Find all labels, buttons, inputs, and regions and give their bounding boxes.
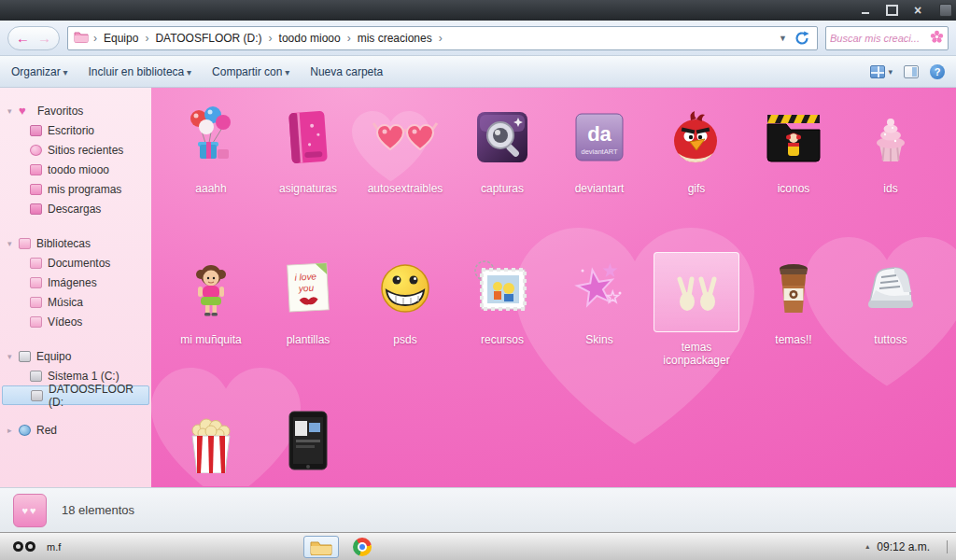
file-item-deviantart[interactable]: da deviantART deviantart bbox=[553, 101, 646, 252]
downloads-icon bbox=[30, 203, 42, 215]
navigation-buttons bbox=[7, 26, 60, 50]
expander-icon[interactable] bbox=[7, 352, 19, 361]
sidebar-label: Sitios recientes bbox=[48, 144, 123, 157]
sidebar-item-imagenes[interactable]: Imágenes bbox=[0, 273, 151, 292]
sidebar-label: toodo miooo bbox=[48, 163, 109, 176]
explorer-window: Equipo DATOOSFLOOR (D:) toodo miooo mis … bbox=[0, 0, 956, 560]
show-hidden-icons-button[interactable] bbox=[865, 542, 869, 551]
file-item-autosextraibles[interactable]: autosextraibles bbox=[358, 101, 452, 252]
folder-thumbnail-icon bbox=[13, 494, 47, 527]
file-label: ids bbox=[883, 182, 897, 195]
icon-grid: aaahh as bbox=[151, 88, 956, 487]
command-bar: Organizar Incluir en biblioteca Comparti… bbox=[0, 56, 956, 88]
favorites-heart-icon bbox=[19, 105, 32, 117]
folder-icon bbox=[30, 184, 42, 195]
taskbar: m.f 09:12 a.m. bbox=[0, 532, 956, 560]
breadcrumb-drive-d[interactable]: DATOOSFLOOR (D:) bbox=[151, 32, 265, 45]
svg-text:deviantART: deviantART bbox=[581, 147, 617, 156]
popcorn-icon bbox=[175, 403, 247, 476]
sidebar-item-toodo-miooo[interactable]: toodo miooo bbox=[0, 160, 151, 179]
svg-text:da: da bbox=[587, 122, 612, 146]
file-item-popcorn[interactable] bbox=[164, 403, 258, 487]
file-item-iconos[interactable]: iconos bbox=[747, 101, 840, 252]
sidebar-label: Equipo bbox=[36, 350, 71, 363]
cupcake-icon bbox=[854, 101, 927, 174]
change-view-button[interactable] bbox=[870, 65, 893, 78]
pink-notebook-icon bbox=[272, 101, 344, 174]
sidebar-item-musica[interactable]: Música bbox=[0, 292, 151, 312]
svg-text:i love: i love bbox=[294, 271, 316, 282]
help-button[interactable] bbox=[930, 64, 945, 79]
svg-text:you: you bbox=[298, 283, 315, 294]
doll-icon bbox=[175, 252, 247, 325]
sidebar-item-escritorio[interactable]: Escritorio bbox=[0, 120, 151, 140]
preview-pane-button[interactable] bbox=[904, 65, 919, 78]
file-item-plantillas[interactable]: i love you plantillas bbox=[261, 252, 355, 403]
taskbar-explorer-button[interactable] bbox=[303, 536, 339, 558]
taskbar-chrome-button[interactable] bbox=[346, 536, 378, 558]
search-input[interactable] bbox=[830, 33, 930, 44]
file-item-aaahh[interactable]: aaahh bbox=[164, 101, 258, 252]
refresh-icon[interactable] bbox=[793, 29, 811, 48]
breadcrumb-equipo[interactable]: Equipo bbox=[100, 32, 142, 45]
gadget-icon[interactable] bbox=[939, 4, 952, 17]
file-item-tablet[interactable] bbox=[261, 403, 355, 487]
address-bar: Equipo DATOOSFLOOR (D:) toodo miooo mis … bbox=[0, 21, 956, 56]
folder-icon bbox=[30, 164, 42, 175]
smiley-icon bbox=[369, 252, 442, 325]
breadcrumb-mis-creaciones[interactable]: mis creaciones bbox=[354, 32, 436, 45]
sneaker-icon bbox=[854, 252, 927, 325]
file-item-psds[interactable]: psds bbox=[358, 252, 452, 403]
address-dropdown-icon[interactable] bbox=[773, 34, 793, 43]
glasses-logo-icon[interactable] bbox=[13, 541, 35, 552]
search-flower-icon[interactable] bbox=[930, 30, 944, 47]
file-item-capturas[interactable]: capturas bbox=[456, 101, 549, 252]
file-item-ids[interactable]: ids bbox=[844, 101, 937, 252]
sidebar-item-documentos[interactable]: Documentos bbox=[0, 253, 151, 273]
sidebar-section-equipo[interactable]: Equipo bbox=[0, 346, 151, 366]
file-item-gifs[interactable]: gifs bbox=[650, 101, 743, 252]
breadcrumb[interactable]: Equipo DATOOSFLOOR (D:) toodo miooo mis … bbox=[67, 26, 818, 50]
file-item-skins[interactable]: Skins bbox=[553, 252, 646, 403]
file-item-mi-munquita[interactable]: mi muñquita bbox=[164, 252, 258, 403]
forward-button[interactable] bbox=[37, 31, 51, 45]
share-with-menu[interactable]: Compartir con bbox=[212, 65, 289, 78]
sidebar-item-mis-programas[interactable]: mis programas bbox=[0, 179, 151, 199]
sidebar-section-favoritos[interactable]: Favoritos bbox=[0, 101, 151, 120]
file-item-temas-iconpackager[interactable]: temas iconpackager bbox=[650, 252, 743, 403]
search-box bbox=[825, 26, 949, 50]
sidebar-item-sitios-recientes[interactable]: Sitios recientes bbox=[0, 140, 151, 160]
sidebar-item-datoosfloor-d[interactable]: DATOOSFLOOR (D: bbox=[2, 385, 149, 405]
heart-sunglasses-icon bbox=[369, 101, 442, 174]
expander-icon[interactable] bbox=[7, 239, 19, 248]
expander-icon[interactable] bbox=[7, 106, 19, 116]
back-button[interactable] bbox=[16, 31, 30, 45]
sidebar-item-videos[interactable]: Vídeos bbox=[0, 312, 151, 331]
new-folder-button[interactable]: Nueva carpeta bbox=[310, 65, 383, 78]
file-label: gifs bbox=[688, 182, 706, 195]
item-count: 18 elementos bbox=[62, 503, 134, 517]
maximize-button[interactable] bbox=[883, 4, 900, 17]
chevron-right-icon bbox=[344, 32, 354, 45]
file-item-temas[interactable]: temas!! bbox=[747, 252, 840, 403]
sidebar-item-descargas[interactable]: Descargas bbox=[0, 199, 151, 218]
taskbar-clock[interactable]: 09:12 a.m. bbox=[877, 540, 930, 553]
sidebar-section-red[interactable]: Red bbox=[0, 420, 151, 440]
close-button[interactable] bbox=[909, 4, 926, 17]
chevron-right-icon bbox=[91, 32, 100, 45]
file-item-asignaturas[interactable]: asignaturas bbox=[261, 101, 355, 252]
sidebar-section-bibliotecas[interactable]: Bibliotecas bbox=[0, 233, 151, 253]
organize-menu[interactable]: Organizar bbox=[11, 65, 68, 78]
file-list-area[interactable]: aaahh as bbox=[151, 88, 956, 487]
file-item-recursos[interactable]: recursos bbox=[456, 252, 549, 403]
minimize-button[interactable] bbox=[857, 4, 874, 17]
chevron-down-icon bbox=[888, 67, 893, 77]
breadcrumb-toodo-miooo[interactable]: toodo miooo bbox=[275, 32, 344, 45]
include-in-library-menu[interactable]: Incluir en biblioteca bbox=[89, 65, 192, 78]
expander-icon[interactable] bbox=[7, 426, 19, 435]
sidebar-label: Descargas bbox=[48, 203, 101, 216]
sidebar-label: Escritorio bbox=[48, 124, 94, 137]
show-desktop-button[interactable] bbox=[947, 540, 956, 553]
file-item-tuttoss[interactable]: tuttoss bbox=[844, 252, 937, 403]
desktop-icon bbox=[30, 125, 42, 136]
